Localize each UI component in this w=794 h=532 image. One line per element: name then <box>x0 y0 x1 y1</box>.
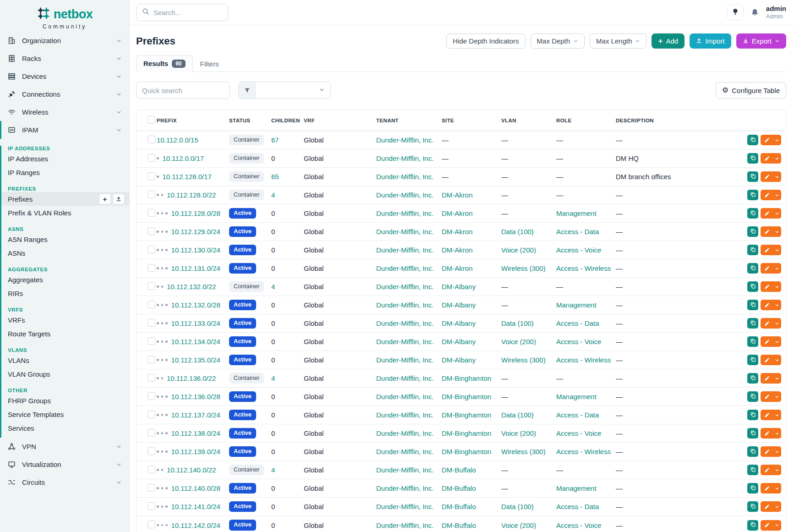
edit-button[interactable] <box>761 336 781 347</box>
tab-filters[interactable]: Filters <box>193 55 226 72</box>
edit-button[interactable] <box>761 318 781 329</box>
copy-attributes-button[interactable] <box>747 391 758 402</box>
copy-attributes-button[interactable] <box>747 336 758 347</box>
sidebar-item-rirs[interactable]: RIRs <box>1 286 129 300</box>
row-checkbox[interactable] <box>148 447 155 455</box>
tenant-link[interactable]: Dunder-Mifflin, Inc. <box>376 301 442 309</box>
edit-button[interactable] <box>761 520 781 531</box>
quick-import-button[interactable] <box>113 194 125 204</box>
prefix-link[interactable]: 10.112.128.0/17 <box>163 173 212 181</box>
row-checkbox[interactable] <box>148 356 155 363</box>
copy-attributes-button[interactable] <box>747 373 758 384</box>
edit-button[interactable] <box>761 465 781 475</box>
prefix-link[interactable]: 10.112.128.0/28 <box>171 209 220 217</box>
edit-button[interactable] <box>761 263 781 274</box>
sidebar-item-devices[interactable]: Devices <box>0 67 129 85</box>
sidebar-item-vlan-groups[interactable]: VLAN Groups <box>1 367 129 381</box>
prefix-link[interactable]: 10.112.137.0/24 <box>171 411 220 419</box>
sidebar-item-service-templates[interactable]: Service Templates <box>1 407 129 421</box>
tenant-link[interactable]: Dunder-Mifflin, Inc. <box>376 209 442 217</box>
prefix-link[interactable]: 10.112.128.0/22 <box>167 191 216 199</box>
tenant-link[interactable]: Dunder-Mifflin, Inc. <box>376 173 442 181</box>
edit-button[interactable] <box>761 171 781 182</box>
tenant-link[interactable]: Dunder-Mifflin, Inc. <box>376 429 442 437</box>
row-checkbox[interactable] <box>148 337 155 345</box>
row-checkbox[interactable] <box>148 282 155 290</box>
tenant-link[interactable]: Dunder-Mifflin, Inc. <box>376 319 442 327</box>
tab-results[interactable]: Results 90 <box>136 55 193 72</box>
sidebar-item-vpn[interactable]: VPN <box>0 438 129 455</box>
prefix-link[interactable]: 10.112.141.0/24 <box>171 503 220 510</box>
brand[interactable]: netbox Community <box>0 0 129 32</box>
user-menu[interactable]: admin Admin <box>766 5 786 21</box>
tenant-link[interactable]: Dunder-Mifflin, Inc. <box>376 411 442 419</box>
sidebar-item-organization[interactable]: Organization <box>0 32 129 49</box>
row-checkbox[interactable] <box>148 429 155 437</box>
notifications-bell-icon[interactable] <box>750 8 759 17</box>
sidebar-item-asn-ranges[interactable]: ASN Ranges <box>1 232 129 246</box>
sidebar-item-racks[interactable]: Racks <box>0 49 129 67</box>
prefix-link[interactable]: 10.112.138.0/24 <box>171 429 220 437</box>
column-header-description[interactable]: DESCRIPTION <box>616 118 740 123</box>
prefix-link[interactable]: 10.112.129.0/24 <box>171 228 220 236</box>
tenant-link[interactable]: Dunder-Mifflin, Inc. <box>376 503 442 510</box>
row-checkbox[interactable] <box>148 172 155 180</box>
copy-attributes-button[interactable] <box>747 245 758 255</box>
row-checkbox[interactable] <box>148 246 155 253</box>
row-checkbox[interactable] <box>148 319 155 327</box>
edit-button[interactable] <box>761 245 781 255</box>
sidebar-item-ipam[interactable]: IPAM <box>0 121 129 139</box>
sidebar-item-ip-ranges[interactable]: IP Ranges <box>1 165 129 179</box>
column-header-status[interactable]: STATUS <box>229 118 271 123</box>
prefix-link[interactable]: 10.112.132.0/28 <box>171 301 220 309</box>
row-checkbox[interactable] <box>148 392 155 400</box>
row-checkbox[interactable] <box>148 301 155 308</box>
edit-button[interactable] <box>761 153 781 164</box>
copy-attributes-button[interactable] <box>747 483 758 494</box>
edit-button[interactable] <box>761 501 781 512</box>
copy-attributes-button[interactable] <box>747 281 758 292</box>
theme-toggle-button[interactable] <box>727 4 744 21</box>
add-button[interactable]: + Add <box>652 33 684 49</box>
tenant-link[interactable]: Dunder-Mifflin, Inc. <box>376 228 442 236</box>
sidebar-item-asns[interactable]: ASNs <box>1 246 129 260</box>
import-button[interactable]: Import <box>690 33 731 49</box>
copy-attributes-button[interactable] <box>747 410 758 420</box>
row-checkbox[interactable] <box>148 466 155 473</box>
row-checkbox[interactable] <box>148 521 155 528</box>
sidebar-item-circuits[interactable]: Circuits <box>0 473 129 491</box>
column-header-tenant[interactable]: TENANT <box>376 118 442 123</box>
sidebar-item-ip-addresses[interactable]: IP Addresses <box>1 152 129 165</box>
tenant-link[interactable]: Dunder-Mifflin, Inc. <box>376 374 442 382</box>
prefix-link[interactable]: 10.112.133.0/24 <box>171 319 220 327</box>
row-checkbox[interactable] <box>148 136 155 143</box>
row-checkbox[interactable] <box>148 191 155 198</box>
sidebar-item-virtualization[interactable]: Virtualization <box>0 455 129 473</box>
copy-attributes-button[interactable] <box>747 465 758 475</box>
search-input[interactable] <box>153 9 222 16</box>
row-checkbox[interactable] <box>148 502 155 510</box>
global-search[interactable] <box>136 4 228 21</box>
tenant-link[interactable]: Dunder-Mifflin, Inc. <box>376 448 442 455</box>
tenant-link[interactable]: Dunder-Mifflin, Inc. <box>376 356 442 364</box>
column-header-children[interactable]: CHILDREN <box>271 118 304 123</box>
row-checkbox[interactable] <box>148 209 155 217</box>
tenant-link[interactable]: Dunder-Mifflin, Inc. <box>376 521 442 529</box>
prefix-link[interactable]: 10.112.135.0/24 <box>171 356 220 364</box>
edit-button[interactable] <box>761 300 781 310</box>
prefix-link[interactable]: 10.112.136.0/28 <box>171 393 220 400</box>
prefix-link[interactable]: 10.112.136.0/22 <box>167 374 216 382</box>
edit-button[interactable] <box>761 281 781 292</box>
edit-button[interactable] <box>761 446 781 457</box>
sidebar-item-vlans[interactable]: VLANs <box>1 353 129 367</box>
prefix-link[interactable]: 10.112.130.0/24 <box>171 246 220 254</box>
edit-button[interactable] <box>761 226 781 237</box>
edit-button[interactable] <box>761 410 781 420</box>
max-length-dropdown[interactable]: Max Length <box>590 33 646 49</box>
prefix-link[interactable]: 10.112.134.0/24 <box>171 338 220 346</box>
row-checkbox[interactable] <box>148 264 155 272</box>
quick-add-button[interactable]: + <box>99 194 111 204</box>
column-header-role[interactable]: ROLE <box>556 118 616 123</box>
tenant-link[interactable]: Dunder-Mifflin, Inc. <box>376 191 442 199</box>
edit-button[interactable] <box>761 135 781 145</box>
